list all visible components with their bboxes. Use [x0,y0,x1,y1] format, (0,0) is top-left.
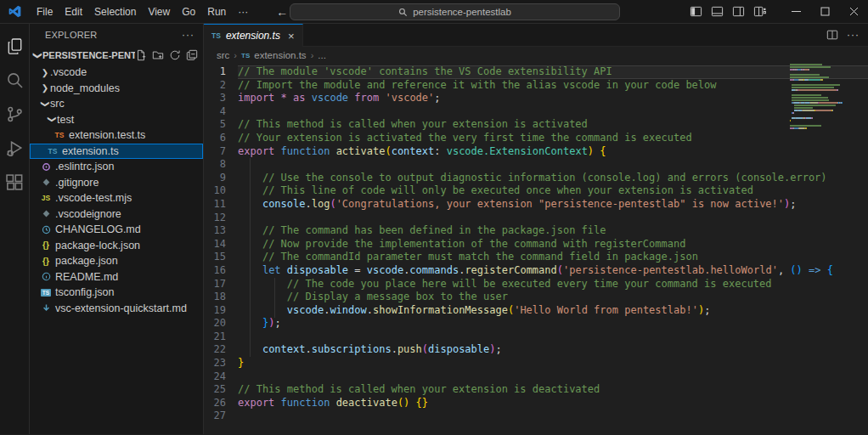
back-arrow-icon[interactable]: ← [276,5,288,19]
folder-item-node-modules[interactable]: ❯node_modules [30,81,203,97]
indent-guide [250,158,251,357]
minimap[interactable] [790,64,856,133]
code-line-3[interactable]: 3import * as vscode from 'vscode'; [204,92,868,105]
file-item--gitignore[interactable]: .gitignore [30,175,203,191]
line-number: 19 [204,304,238,318]
code-line-18[interactable]: 18 // Display a message box to the user [204,291,868,304]
project-name: PERSISTENCE-PENTESTL... [42,50,135,60]
close-button[interactable] [839,0,868,24]
code-line-22[interactable]: 22 context.subscriptions.push(disposable… [204,343,868,357]
extensions-icon[interactable] [0,165,30,199]
folder-item-src[interactable]: ❯src [30,96,203,112]
code-line-9[interactable]: 9 // Use the console to output diagnosti… [204,172,868,185]
folder-item-test[interactable]: ❯test [30,112,203,128]
code-line-5[interactable]: 5// This method is called when your exte… [204,118,868,132]
code-line-15[interactable]: 15 // The commandId parameter must match… [204,251,868,264]
toggle-sidebar-icon[interactable] [690,5,702,18]
file-item-changelog-md[interactable]: CHANGELOG.md [30,222,203,238]
toggle-secondary-sidebar-icon[interactable] [732,5,745,18]
folder-item--vscode[interactable]: ❯.vscode [30,65,203,81]
code-line-11[interactable]: 11 console.log('Congratulations, your ex… [204,198,868,212]
code-text: // This method is called when your exten… [238,383,868,397]
code-line-2[interactable]: 2// Import the module and reference it w… [204,79,868,93]
code-text [238,410,868,423]
breadcrumb-item[interactable]: src [217,50,229,60]
line-number: 16 [204,264,238,278]
sidebar-more-actions-icon[interactable]: ··· [182,29,194,41]
menu-go[interactable]: Go [176,3,201,21]
code-line-21[interactable]: 21 [204,330,868,344]
json-file-icon: {} [40,240,52,250]
file-item--vscode-test-mjs[interactable]: JS.vscode-test.mjs [30,190,203,206]
menu-edit[interactable]: Edit [59,3,88,21]
eslint-file-icon [40,162,52,172]
code-line-16[interactable]: 16 let disposable = vscode.commands.regi… [204,264,868,278]
code-text: context.subscriptions.push(disposable); [238,343,868,357]
code-line-26[interactable]: 26export function deactivate() {} [204,397,868,410]
code-line-7[interactable]: 7export function activate(context: vscod… [204,145,868,159]
code-line-24[interactable]: 24 [204,370,868,384]
code-line-20[interactable]: 20 }); [204,317,868,330]
explorer-icon[interactable] [0,29,30,63]
menu-view[interactable]: View [142,3,176,21]
file-item-readme-md[interactable]: README.md [30,269,203,285]
minimize-button[interactable] [781,0,810,24]
code-line-17[interactable]: 17 // The code you place here will be ex… [204,278,868,291]
file-item-extension-ts[interactable]: TSextension.ts [30,144,203,160]
code-line-27[interactable]: 27 [204,410,868,423]
chevron-right-icon: ❯ [40,68,50,77]
code-text: // Display a message box to the user [238,291,868,304]
file-item-tsconfig-json[interactable]: TStsconfig.json [30,285,203,301]
code-line-19[interactable]: 19 vscode.window.showInformationMessage(… [204,304,868,318]
run-debug-icon[interactable] [0,131,30,165]
menu-selection[interactable]: Selection [88,3,142,21]
tab-close-icon[interactable]: × [288,30,295,42]
ignore-file-icon [40,209,52,218]
code-line-12[interactable]: 12 [204,212,868,225]
file-item-package-json[interactable]: {}package.json [30,253,203,269]
refresh-icon[interactable] [169,49,181,61]
file-item--vscodeignore[interactable]: .vscodeignore [30,206,203,223]
line-number: 1 [204,65,238,79]
new-file-icon[interactable] [135,49,147,61]
code-line-1[interactable]: 1// The module 'vscode' contains the VS … [204,65,868,79]
code-line-6[interactable]: 6// Your extension is activated the very… [204,132,868,145]
code-line-4[interactable]: 4 [204,105,868,119]
toggle-panel-icon[interactable] [711,5,724,18]
code-line-8[interactable]: 8 [204,158,868,172]
breadcrumb-item[interactable]: ... [318,50,326,60]
code-line-23[interactable]: 23} [204,357,868,370]
project-root-row[interactable]: ❯ PERSISTENCE-PENTESTL... [30,46,203,65]
code-text: // The code you place here will be execu… [238,278,868,291]
code-line-10[interactable]: 10 // This line of code will only be exe… [204,184,868,198]
maximize-button[interactable] [810,0,839,24]
editor-more-actions-icon[interactable]: ··· [847,29,860,41]
file-item-package-lock-json[interactable]: {}package-lock.json [30,238,203,254]
code-line-14[interactable]: 14 // Now provide the implementation of … [204,238,868,251]
split-editor-icon[interactable] [826,29,838,41]
code-editor[interactable]: 1// The module 'vscode' contains the VS … [204,64,868,434]
source-control-icon[interactable] [0,97,30,131]
file-label: test [57,114,74,126]
file-item--eslintrc-json[interactable]: .eslintrc.json [30,159,203,175]
file-item-extension-test-ts[interactable]: TSextension.test.ts [30,127,203,144]
code-line-13[interactable]: 13 // The command has been defined in th… [204,224,868,238]
menu-file[interactable]: File [31,3,59,21]
collapse-all-icon[interactable] [186,49,198,61]
chevron-down-icon: ❯ [41,99,50,109]
breadcrumb-item[interactable]: extension.ts [254,50,306,60]
js-file-icon: JS [40,194,52,202]
ignore-file-icon [40,178,52,187]
menu-[interactable]: ··· [232,3,254,21]
command-center-search[interactable]: persistence-pentestlab [290,3,620,20]
search-icon[interactable] [0,63,30,97]
menu-run[interactable]: Run [201,3,232,21]
file-item-vsc-extension-quickstart-md[interactable]: vsc-extension-quickstart.md [30,301,203,317]
new-folder-icon[interactable] [152,49,164,61]
file-label: src [50,98,65,110]
tab-extension-ts[interactable]: TS extension.ts × [204,24,303,47]
file-label: vsc-extension-quickstart.md [55,302,187,314]
code-line-25[interactable]: 25// This method is called when your ext… [204,383,868,397]
customize-layout-icon[interactable] [753,5,766,18]
code-text: // The module 'vscode' contains the VS C… [238,65,868,79]
